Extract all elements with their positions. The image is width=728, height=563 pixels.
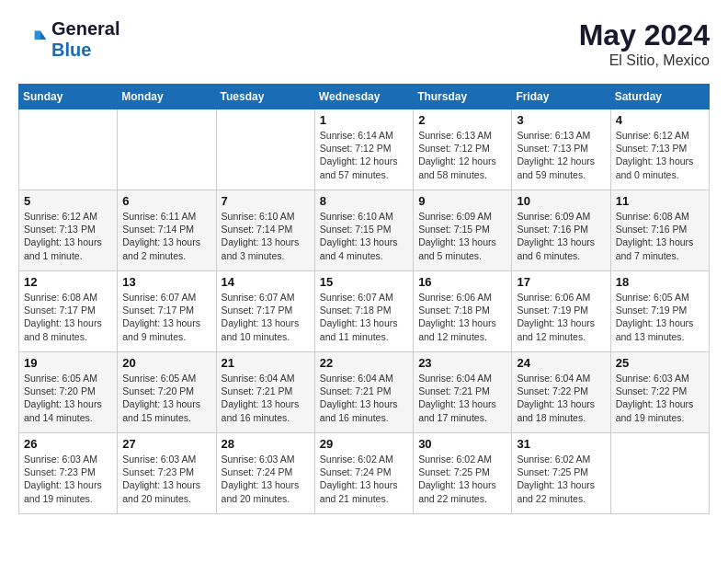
day-info: Sunrise: 6:02 AMSunset: 7:25 PMDaylight:… bbox=[418, 453, 506, 505]
day-number: 16 bbox=[418, 275, 506, 289]
calendar-table: SundayMondayTuesdayWednesdayThursdayFrid… bbox=[18, 84, 710, 514]
day-info: Sunrise: 6:05 AMSunset: 7:20 PMDaylight:… bbox=[122, 372, 210, 424]
calendar-cell bbox=[118, 109, 216, 190]
calendar-cell: 14Sunrise: 6:07 AMSunset: 7:17 PMDayligh… bbox=[216, 271, 314, 352]
day-number: 19 bbox=[24, 356, 112, 370]
calendar-cell: 6Sunrise: 6:11 AMSunset: 7:14 PMDaylight… bbox=[118, 190, 216, 271]
calendar-cell bbox=[19, 109, 118, 190]
day-number: 8 bbox=[320, 194, 408, 208]
weekday-header-monday: Monday bbox=[118, 85, 216, 109]
day-number: 4 bbox=[616, 113, 704, 127]
day-number: 28 bbox=[222, 437, 310, 451]
day-number: 12 bbox=[24, 275, 112, 289]
calendar-cell: 5Sunrise: 6:12 AMSunset: 7:13 PMDaylight… bbox=[19, 190, 118, 271]
calendar-cell: 3Sunrise: 6:13 AMSunset: 7:13 PMDaylight… bbox=[512, 109, 610, 190]
weekday-header-sunday: Sunday bbox=[19, 85, 118, 109]
day-info: Sunrise: 6:05 AMSunset: 7:19 PMDaylight:… bbox=[616, 291, 704, 343]
calendar-cell: 11Sunrise: 6:08 AMSunset: 7:16 PMDayligh… bbox=[610, 190, 709, 271]
weekday-header-row: SundayMondayTuesdayWednesdayThursdayFrid… bbox=[19, 85, 710, 109]
day-info: Sunrise: 6:09 AMSunset: 7:15 PMDaylight:… bbox=[418, 210, 506, 262]
calendar-cell: 1Sunrise: 6:14 AMSunset: 7:12 PMDaylight… bbox=[314, 109, 413, 190]
day-info: Sunrise: 6:06 AMSunset: 7:19 PMDaylight:… bbox=[517, 291, 605, 343]
day-info: Sunrise: 6:03 AMSunset: 7:23 PMDaylight:… bbox=[122, 453, 210, 505]
day-number: 30 bbox=[418, 437, 506, 451]
calendar-cell: 26Sunrise: 6:03 AMSunset: 7:23 PMDayligh… bbox=[19, 433, 118, 514]
day-number: 23 bbox=[418, 356, 506, 370]
location: El Sitio, Mexico bbox=[579, 52, 710, 69]
day-number: 18 bbox=[616, 275, 704, 289]
day-info: Sunrise: 6:07 AMSunset: 7:18 PMDaylight:… bbox=[320, 291, 408, 343]
calendar-cell: 27Sunrise: 6:03 AMSunset: 7:23 PMDayligh… bbox=[118, 433, 216, 514]
page-header: General Blue May 2024 El Sitio, Mexico bbox=[18, 18, 710, 69]
day-number: 26 bbox=[24, 437, 112, 451]
day-number: 13 bbox=[122, 275, 210, 289]
calendar-cell: 22Sunrise: 6:04 AMSunset: 7:21 PMDayligh… bbox=[314, 352, 413, 433]
calendar-week-4: 26Sunrise: 6:03 AMSunset: 7:23 PMDayligh… bbox=[19, 433, 710, 514]
calendar-cell: 29Sunrise: 6:02 AMSunset: 7:24 PMDayligh… bbox=[314, 433, 413, 514]
calendar-cell: 16Sunrise: 6:06 AMSunset: 7:18 PMDayligh… bbox=[414, 271, 512, 352]
calendar-week-2: 12Sunrise: 6:08 AMSunset: 7:17 PMDayligh… bbox=[19, 271, 710, 352]
calendar-week-1: 5Sunrise: 6:12 AMSunset: 7:13 PMDaylight… bbox=[19, 190, 710, 271]
calendar-cell: 15Sunrise: 6:07 AMSunset: 7:18 PMDayligh… bbox=[314, 271, 413, 352]
day-number: 14 bbox=[222, 275, 310, 289]
calendar-cell: 20Sunrise: 6:05 AMSunset: 7:20 PMDayligh… bbox=[118, 352, 216, 433]
day-info: Sunrise: 6:14 AMSunset: 7:12 PMDaylight:… bbox=[320, 129, 408, 181]
calendar-cell bbox=[216, 109, 314, 190]
svg-marker-1 bbox=[35, 30, 40, 40]
day-number: 5 bbox=[24, 194, 112, 208]
day-info: Sunrise: 6:04 AMSunset: 7:21 PMDaylight:… bbox=[320, 372, 408, 424]
day-number: 17 bbox=[517, 275, 605, 289]
calendar-cell: 4Sunrise: 6:12 AMSunset: 7:13 PMDaylight… bbox=[610, 109, 709, 190]
day-number: 7 bbox=[222, 194, 310, 208]
calendar-cell: 21Sunrise: 6:04 AMSunset: 7:21 PMDayligh… bbox=[216, 352, 314, 433]
day-number: 15 bbox=[320, 275, 408, 289]
calendar-cell: 25Sunrise: 6:03 AMSunset: 7:22 PMDayligh… bbox=[610, 352, 709, 433]
calendar-cell: 7Sunrise: 6:10 AMSunset: 7:14 PMDaylight… bbox=[216, 190, 314, 271]
weekday-header-saturday: Saturday bbox=[610, 85, 709, 109]
logo: General Blue bbox=[18, 18, 119, 61]
day-number: 1 bbox=[320, 113, 408, 127]
day-info: Sunrise: 6:02 AMSunset: 7:24 PMDaylight:… bbox=[320, 453, 408, 505]
calendar-cell: 31Sunrise: 6:02 AMSunset: 7:25 PMDayligh… bbox=[512, 433, 610, 514]
weekday-header-tuesday: Tuesday bbox=[216, 85, 314, 109]
day-number: 20 bbox=[122, 356, 210, 370]
day-info: Sunrise: 6:02 AMSunset: 7:25 PMDaylight:… bbox=[517, 453, 605, 505]
day-number: 6 bbox=[122, 194, 210, 208]
day-info: Sunrise: 6:04 AMSunset: 7:22 PMDaylight:… bbox=[517, 372, 605, 424]
calendar-body: 1Sunrise: 6:14 AMSunset: 7:12 PMDaylight… bbox=[19, 109, 710, 514]
day-number: 9 bbox=[418, 194, 506, 208]
day-info: Sunrise: 6:07 AMSunset: 7:17 PMDaylight:… bbox=[122, 291, 210, 343]
day-info: Sunrise: 6:08 AMSunset: 7:16 PMDaylight:… bbox=[616, 210, 704, 262]
weekday-header-friday: Friday bbox=[512, 85, 610, 109]
calendar-cell: 28Sunrise: 6:03 AMSunset: 7:24 PMDayligh… bbox=[216, 433, 314, 514]
calendar-cell bbox=[610, 433, 709, 514]
day-number: 10 bbox=[517, 194, 605, 208]
weekday-header-thursday: Thursday bbox=[414, 85, 512, 109]
calendar-cell: 2Sunrise: 6:13 AMSunset: 7:12 PMDaylight… bbox=[414, 109, 512, 190]
day-number: 3 bbox=[517, 113, 605, 127]
day-info: Sunrise: 6:04 AMSunset: 7:21 PMDaylight:… bbox=[418, 372, 506, 424]
day-number: 11 bbox=[616, 194, 704, 208]
day-info: Sunrise: 6:12 AMSunset: 7:13 PMDaylight:… bbox=[24, 210, 112, 262]
calendar-cell: 23Sunrise: 6:04 AMSunset: 7:21 PMDayligh… bbox=[414, 352, 512, 433]
calendar-cell: 8Sunrise: 6:10 AMSunset: 7:15 PMDaylight… bbox=[314, 190, 413, 271]
day-number: 22 bbox=[320, 356, 408, 370]
logo-icon bbox=[18, 25, 48, 54]
calendar-cell: 19Sunrise: 6:05 AMSunset: 7:20 PMDayligh… bbox=[19, 352, 118, 433]
calendar-cell: 18Sunrise: 6:05 AMSunset: 7:19 PMDayligh… bbox=[610, 271, 709, 352]
day-info: Sunrise: 6:11 AMSunset: 7:14 PMDaylight:… bbox=[122, 210, 210, 262]
calendar-cell: 30Sunrise: 6:02 AMSunset: 7:25 PMDayligh… bbox=[414, 433, 512, 514]
day-info: Sunrise: 6:03 AMSunset: 7:24 PMDaylight:… bbox=[222, 453, 310, 505]
day-info: Sunrise: 6:08 AMSunset: 7:17 PMDaylight:… bbox=[24, 291, 112, 343]
calendar-cell: 13Sunrise: 6:07 AMSunset: 7:17 PMDayligh… bbox=[118, 271, 216, 352]
day-info: Sunrise: 6:12 AMSunset: 7:13 PMDaylight:… bbox=[616, 129, 704, 181]
calendar-cell: 12Sunrise: 6:08 AMSunset: 7:17 PMDayligh… bbox=[19, 271, 118, 352]
day-info: Sunrise: 6:09 AMSunset: 7:16 PMDaylight:… bbox=[517, 210, 605, 262]
day-info: Sunrise: 6:05 AMSunset: 7:20 PMDaylight:… bbox=[24, 372, 112, 424]
day-info: Sunrise: 6:10 AMSunset: 7:15 PMDaylight:… bbox=[320, 210, 408, 262]
day-number: 31 bbox=[517, 437, 605, 451]
calendar-week-0: 1Sunrise: 6:14 AMSunset: 7:12 PMDaylight… bbox=[19, 109, 710, 190]
svg-marker-0 bbox=[40, 30, 46, 40]
title-block: May 2024 El Sitio, Mexico bbox=[579, 18, 710, 69]
weekday-header-wednesday: Wednesday bbox=[314, 85, 413, 109]
